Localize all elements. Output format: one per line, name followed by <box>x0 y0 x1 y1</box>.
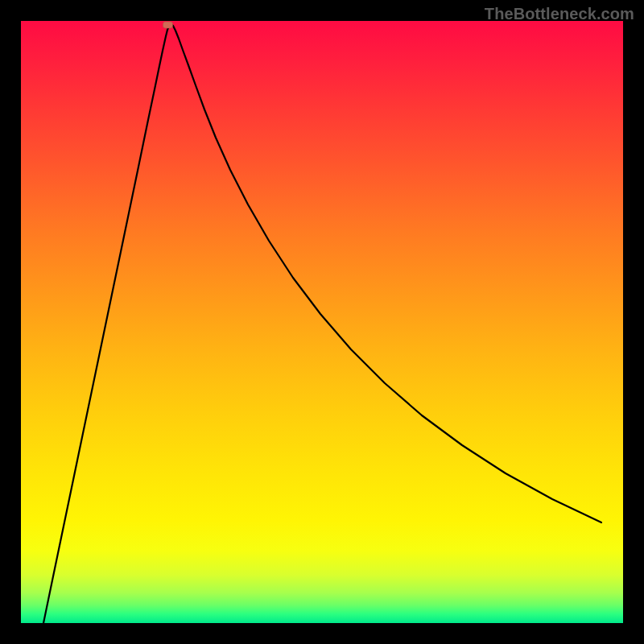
bottleneck-curve <box>43 24 601 623</box>
chart-frame: TheBottleneck.com <box>0 0 644 644</box>
curve-svg <box>21 21 623 623</box>
plot-area <box>21 21 623 623</box>
min-marker <box>163 22 173 28</box>
watermark-text: TheBottleneck.com <box>485 5 634 23</box>
